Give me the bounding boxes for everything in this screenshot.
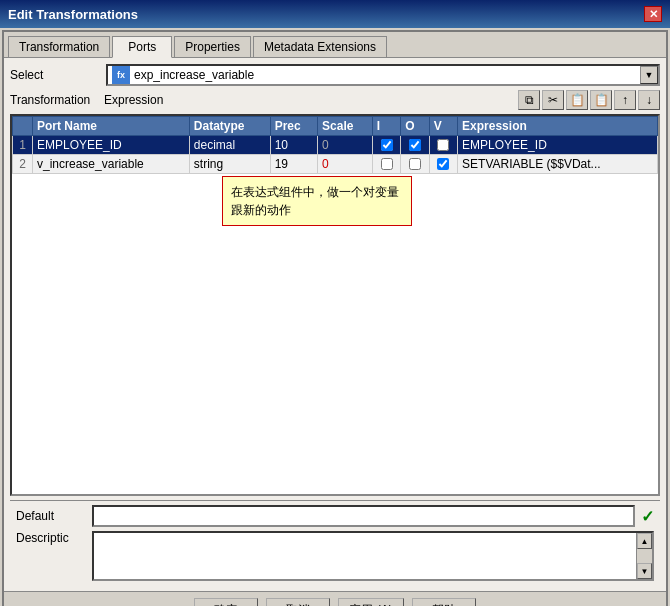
- ports-table-wrapper: Port Name Datatype Prec Scale I O V Expr…: [10, 114, 660, 496]
- row-2-port-name: v_increase_variable: [33, 155, 190, 174]
- row-1-o-checkbox[interactable]: [409, 139, 421, 151]
- row-2-num: 2: [13, 155, 33, 174]
- close-button[interactable]: ✕: [644, 6, 662, 22]
- default-label: Default: [16, 509, 86, 523]
- help-button[interactable]: 帮助: [412, 598, 476, 606]
- row-1-expression: EMPLOYEE_ID: [458, 136, 658, 155]
- row-2-datatype: string: [189, 155, 270, 174]
- row-1-prec: 10: [270, 136, 317, 155]
- row-2-scale: 0: [318, 155, 373, 174]
- col-scale: Scale: [318, 117, 373, 136]
- dialog: Transformation Ports Properties Metadata…: [2, 30, 668, 606]
- row-2-o-checkbox[interactable]: [409, 158, 421, 170]
- up-icon[interactable]: ↑: [614, 90, 636, 110]
- row-2-expression: SETVARIABLE ($$VDat...: [458, 155, 658, 174]
- row-1-datatype: decimal: [189, 136, 270, 155]
- content-area: Select fx exp_increase_variable ▼ Transf…: [4, 58, 666, 591]
- tab-properties[interactable]: Properties: [174, 36, 251, 57]
- row-1-num: 1: [13, 136, 33, 155]
- paste-icon[interactable]: 📋: [566, 90, 588, 110]
- description-scrollbar: ▲ ▼: [636, 533, 652, 579]
- description-label: Descriptic: [16, 531, 86, 545]
- title-text: Edit Transformations: [8, 7, 138, 22]
- default-check-icon: ✓: [641, 507, 654, 526]
- row-2-v[interactable]: [429, 155, 457, 174]
- down-icon[interactable]: ↓: [638, 90, 660, 110]
- row-1-scale: 0: [318, 136, 373, 155]
- table-body: 1 EMPLOYEE_ID decimal 10 0 EMPLOYEE_ID 2…: [13, 136, 658, 174]
- row-1-port-name: EMPLOYEE_ID: [33, 136, 190, 155]
- tab-metadata-extensions[interactable]: Metadata Extensions: [253, 36, 387, 57]
- cancel-button[interactable]: 取消: [266, 598, 330, 606]
- ok-button[interactable]: 确定: [194, 598, 258, 606]
- tab-bar: Transformation Ports Properties Metadata…: [4, 32, 666, 58]
- col-o: O: [401, 117, 429, 136]
- transformation-type: Expression: [104, 93, 204, 107]
- description-wrapper: ▲ ▼: [92, 531, 654, 581]
- col-datatype: Datatype: [189, 117, 270, 136]
- cut-icon[interactable]: ✂: [542, 90, 564, 110]
- row-2-o[interactable]: [401, 155, 429, 174]
- annotation-box: 在表达式组件中，做一个对变量跟新的动作: [222, 176, 412, 226]
- table-row[interactable]: 1 EMPLOYEE_ID decimal 10 0 EMPLOYEE_ID: [13, 136, 658, 155]
- transformation-row: Transformation Expression ⧉ ✂ 📋 📋 ↑ ↓: [10, 90, 660, 110]
- ports-table: Port Name Datatype Prec Scale I O V Expr…: [12, 116, 658, 174]
- select-dropdown-arrow[interactable]: ▼: [640, 66, 658, 84]
- row-2-v-checkbox[interactable]: [437, 158, 449, 170]
- col-v: V: [429, 117, 457, 136]
- row-1-o[interactable]: [401, 136, 429, 155]
- row-2-prec: 19: [270, 155, 317, 174]
- button-bar: 确定 取消 应用 (A) 帮助: [4, 591, 666, 606]
- row-2-i-checkbox[interactable]: [381, 158, 393, 170]
- row-1-i[interactable]: [372, 136, 400, 155]
- apply-button[interactable]: 应用 (A): [338, 598, 403, 606]
- toolbar-icons: ⧉ ✂ 📋 📋 ↑ ↓: [518, 90, 660, 110]
- description-textarea[interactable]: [94, 533, 636, 579]
- copy-icon[interactable]: ⧉: [518, 90, 540, 110]
- select-value: exp_increase_variable: [134, 68, 254, 82]
- scroll-down-btn[interactable]: ▼: [637, 563, 652, 579]
- fx-icon: fx: [112, 66, 130, 84]
- transformation-label: Transformation: [10, 93, 100, 107]
- paste2-icon[interactable]: 📋: [590, 90, 612, 110]
- row-2-i[interactable]: [372, 155, 400, 174]
- tab-ports[interactable]: Ports: [112, 36, 172, 58]
- select-wrapper: fx exp_increase_variable ▼: [106, 64, 660, 86]
- col-prec: Prec: [270, 117, 317, 136]
- col-num: [13, 117, 33, 136]
- annotation-text: 在表达式组件中，做一个对变量跟新的动作: [231, 185, 399, 217]
- tab-transformation[interactable]: Transformation: [8, 36, 110, 57]
- table-row[interactable]: 2 v_increase_variable string 19 0 SETVAR…: [13, 155, 658, 174]
- select-label: Select: [10, 68, 100, 82]
- scroll-up-btn[interactable]: ▲: [637, 533, 652, 549]
- description-row: Descriptic ▲ ▼: [16, 531, 654, 581]
- select-row: Select fx exp_increase_variable ▼: [10, 64, 660, 86]
- row-1-v[interactable]: [429, 136, 457, 155]
- default-row: Default ✓: [16, 505, 654, 527]
- col-port-name: Port Name: [33, 117, 190, 136]
- title-bar: Edit Transformations ✕: [0, 0, 670, 28]
- row-1-v-checkbox[interactable]: [437, 139, 449, 151]
- col-i: I: [372, 117, 400, 136]
- bottom-section: Default ✓ Descriptic ▲ ▼: [10, 500, 660, 585]
- select-input[interactable]: fx exp_increase_variable: [106, 64, 660, 86]
- col-expression: Expression: [458, 117, 658, 136]
- default-input[interactable]: [92, 505, 635, 527]
- row-1-i-checkbox[interactable]: [381, 139, 393, 151]
- table-header: Port Name Datatype Prec Scale I O V Expr…: [13, 117, 658, 136]
